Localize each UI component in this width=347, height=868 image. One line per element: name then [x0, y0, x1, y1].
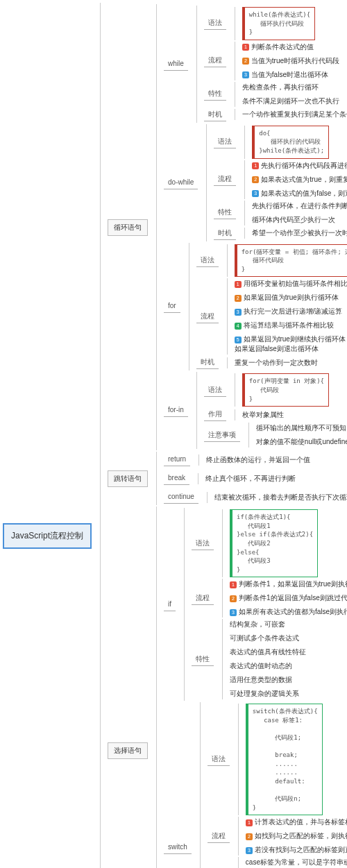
- leaf: 1判断条件表达式的值: [242, 42, 339, 53]
- leaf: 一个动作被重复执行到满足某个条件时: [242, 109, 347, 120]
- code-switch: switch(条件表达式){ case 标签1: 代码段1; break; ..…: [246, 704, 323, 815]
- code-for: for(循环变量 = 初值; 循环条件; 递增/递减计数器){ 循环代码段 }: [235, 244, 347, 278]
- leaf: 2当值为true时循环执行代码段: [242, 56, 339, 67]
- node-while: while: [164, 58, 188, 71]
- code-if: if(条件表达式1){ 代码段1 }else if(条件表达式2){ 代码段2 …: [230, 509, 318, 577]
- lbl-flow: 流程: [204, 54, 226, 67]
- cat-jump: 跳转语句: [108, 470, 148, 487]
- node-forin: for-in: [164, 404, 188, 417]
- node-switch: switch: [164, 841, 192, 854]
- node-if: if: [164, 598, 176, 611]
- leaf: 先检查条件，再执行循环: [242, 82, 339, 93]
- leaf: 条件不满足则循环一次也不执行: [242, 96, 339, 107]
- cat-select: 选择语句: [108, 742, 148, 759]
- lbl-timing: 时机: [204, 108, 226, 121]
- code-while: while(条件表达式){ 循环执行代码段 }: [242, 7, 315, 40]
- cat-loop: 循环语句: [108, 219, 148, 236]
- node-for: for: [164, 300, 180, 313]
- node-dowhile: do-while: [164, 176, 198, 189]
- lbl-feat: 特性: [204, 87, 226, 101]
- code-dowhile: do{ 循环执行的代码段 }while(条件表达式);: [252, 126, 329, 159]
- mindmap-root: JavaScript流程控制 循环语句 while 语法while(条件表达式)…: [3, 3, 344, 868]
- lbl-syntax: 语法: [204, 17, 226, 30]
- root-node: JavaScript流程控制: [3, 523, 92, 549]
- leaf: 3当值为false时退出循环体: [242, 69, 339, 80]
